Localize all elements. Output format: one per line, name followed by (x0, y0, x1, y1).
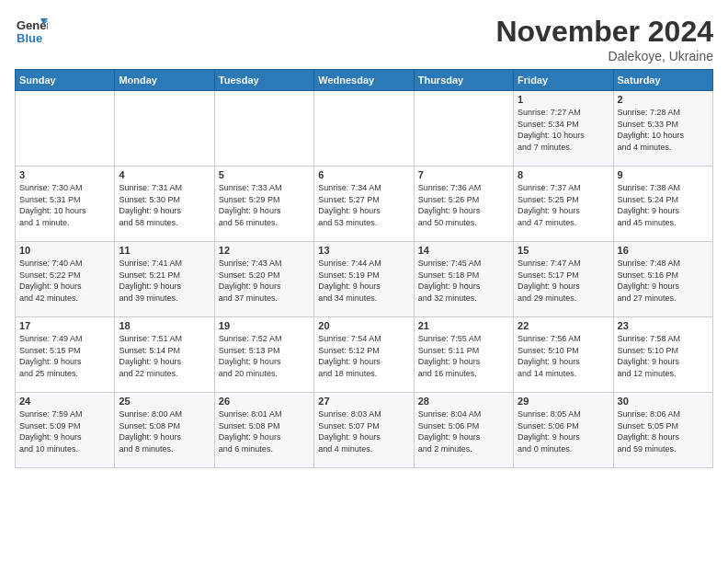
day-info: Sunrise: 7:28 AM Sunset: 5:33 PM Dayligh… (618, 107, 709, 153)
day-number: 18 (119, 320, 210, 331)
day-number: 28 (418, 396, 509, 407)
day-cell-w3-d2: 19Sunrise: 7:52 AM Sunset: 5:13 PM Dayli… (214, 317, 313, 393)
day-info: Sunrise: 7:59 AM Sunset: 5:09 PM Dayligh… (19, 408, 110, 454)
day-cell-w1-d6: 9Sunrise: 7:38 AM Sunset: 5:24 PM Daylig… (613, 167, 712, 242)
day-number: 6 (318, 169, 409, 180)
day-cell-w4-d3: 27Sunrise: 8:03 AM Sunset: 5:07 PM Dayli… (314, 393, 414, 468)
day-number: 8 (518, 169, 609, 180)
day-number: 25 (119, 396, 210, 407)
day-number: 13 (318, 245, 409, 256)
day-number: 10 (19, 245, 110, 256)
day-cell-w1-d5: 8Sunrise: 7:37 AM Sunset: 5:25 PM Daylig… (514, 167, 613, 242)
day-cell-w0-d0 (16, 91, 115, 167)
day-cell-w0-d4 (414, 91, 513, 167)
day-info: Sunrise: 7:56 AM Sunset: 5:10 PM Dayligh… (518, 333, 609, 379)
day-number: 27 (318, 396, 409, 407)
day-cell-w2-d5: 15Sunrise: 7:47 AM Sunset: 5:17 PM Dayli… (514, 242, 613, 317)
day-info: Sunrise: 7:37 AM Sunset: 5:25 PM Dayligh… (518, 182, 609, 228)
day-cell-w4-d2: 26Sunrise: 8:01 AM Sunset: 5:08 PM Dayli… (214, 393, 313, 468)
day-cell-w4-d6: 30Sunrise: 8:06 AM Sunset: 5:05 PM Dayli… (613, 393, 712, 468)
day-number: 9 (618, 169, 709, 180)
weekday-header-row: Sunday Monday Tuesday Wednesday Thursday… (16, 70, 713, 91)
day-number: 26 (219, 396, 310, 407)
day-number: 19 (219, 320, 310, 331)
day-cell-w1-d4: 7Sunrise: 7:36 AM Sunset: 5:26 PM Daylig… (414, 167, 513, 242)
day-cell-w1-d3: 6Sunrise: 7:34 AM Sunset: 5:27 PM Daylig… (314, 167, 414, 242)
day-info: Sunrise: 7:40 AM Sunset: 5:22 PM Dayligh… (19, 258, 110, 304)
header: General Blue November 2024 Dalekoye, Ukr… (15, 15, 713, 63)
day-cell-w1-d0: 3Sunrise: 7:30 AM Sunset: 5:31 PM Daylig… (16, 167, 115, 242)
day-info: Sunrise: 8:06 AM Sunset: 5:05 PM Dayligh… (618, 408, 709, 454)
day-cell-w0-d6: 2Sunrise: 7:28 AM Sunset: 5:33 PM Daylig… (613, 91, 712, 167)
day-cell-w0-d3 (314, 91, 414, 167)
day-info: Sunrise: 8:00 AM Sunset: 5:08 PM Dayligh… (119, 408, 210, 454)
day-cell-w3-d4: 21Sunrise: 7:55 AM Sunset: 5:11 PM Dayli… (414, 317, 513, 393)
day-number: 16 (618, 245, 709, 256)
header-monday: Monday (115, 70, 214, 91)
header-saturday: Saturday (613, 70, 712, 91)
day-info: Sunrise: 7:31 AM Sunset: 5:30 PM Dayligh… (119, 182, 210, 228)
week-row-0: 1Sunrise: 7:27 AM Sunset: 5:34 PM Daylig… (16, 91, 713, 167)
day-number: 1 (518, 94, 609, 105)
header-thursday: Thursday (414, 70, 513, 91)
day-number: 14 (418, 245, 509, 256)
week-row-4: 24Sunrise: 7:59 AM Sunset: 5:09 PM Dayli… (16, 393, 713, 468)
day-info: Sunrise: 7:48 AM Sunset: 5:16 PM Dayligh… (618, 258, 709, 304)
day-cell-w2-d3: 13Sunrise: 7:44 AM Sunset: 5:19 PM Dayli… (314, 242, 414, 317)
day-info: Sunrise: 7:45 AM Sunset: 5:18 PM Dayligh… (418, 258, 509, 304)
week-row-2: 10Sunrise: 7:40 AM Sunset: 5:22 PM Dayli… (16, 242, 713, 317)
day-info: Sunrise: 8:01 AM Sunset: 5:08 PM Dayligh… (219, 408, 310, 454)
svg-text:Blue: Blue (17, 31, 42, 45)
day-info: Sunrise: 7:55 AM Sunset: 5:11 PM Dayligh… (418, 333, 509, 379)
day-cell-w4-d0: 24Sunrise: 7:59 AM Sunset: 5:09 PM Dayli… (16, 393, 115, 468)
header-tuesday: Tuesday (214, 70, 313, 91)
day-info: Sunrise: 7:54 AM Sunset: 5:12 PM Dayligh… (318, 333, 409, 379)
day-cell-w4-d5: 29Sunrise: 8:05 AM Sunset: 5:06 PM Dayli… (514, 393, 613, 468)
day-cell-w3-d5: 22Sunrise: 7:56 AM Sunset: 5:10 PM Dayli… (514, 317, 613, 393)
day-number: 30 (618, 396, 709, 407)
day-cell-w0-d2 (214, 91, 313, 167)
day-info: Sunrise: 8:03 AM Sunset: 5:07 PM Dayligh… (318, 408, 409, 454)
day-cell-w2-d1: 11Sunrise: 7:41 AM Sunset: 5:21 PM Dayli… (115, 242, 214, 317)
day-info: Sunrise: 7:43 AM Sunset: 5:20 PM Dayligh… (219, 258, 310, 304)
day-cell-w3-d6: 23Sunrise: 7:58 AM Sunset: 5:10 PM Dayli… (613, 317, 712, 393)
day-cell-w2-d6: 16Sunrise: 7:48 AM Sunset: 5:16 PM Dayli… (613, 242, 712, 317)
header-friday: Friday (514, 70, 613, 91)
day-info: Sunrise: 7:52 AM Sunset: 5:13 PM Dayligh… (219, 333, 310, 379)
day-cell-w1-d1: 4Sunrise: 7:31 AM Sunset: 5:30 PM Daylig… (115, 167, 214, 242)
day-cell-w3-d1: 18Sunrise: 7:51 AM Sunset: 5:14 PM Dayli… (115, 317, 214, 393)
day-number: 12 (219, 245, 310, 256)
day-info: Sunrise: 7:30 AM Sunset: 5:31 PM Dayligh… (19, 182, 110, 228)
week-row-1: 3Sunrise: 7:30 AM Sunset: 5:31 PM Daylig… (16, 167, 713, 242)
header-sunday: Sunday (16, 70, 115, 91)
month-title: November 2024 (495, 15, 713, 49)
day-number: 24 (19, 396, 110, 407)
day-info: Sunrise: 7:58 AM Sunset: 5:10 PM Dayligh… (618, 333, 709, 379)
day-info: Sunrise: 8:04 AM Sunset: 5:06 PM Dayligh… (418, 408, 509, 454)
title-block: November 2024 Dalekoye, Ukraine (495, 15, 713, 63)
day-number: 15 (518, 245, 609, 256)
day-number: 29 (518, 396, 609, 407)
day-cell-w3-d0: 17Sunrise: 7:49 AM Sunset: 5:15 PM Dayli… (16, 317, 115, 393)
location-subtitle: Dalekoye, Ukraine (495, 49, 713, 63)
day-cell-w1-d2: 5Sunrise: 7:33 AM Sunset: 5:29 PM Daylig… (214, 167, 313, 242)
day-number: 4 (119, 169, 210, 180)
day-cell-w4-d1: 25Sunrise: 8:00 AM Sunset: 5:08 PM Dayli… (115, 393, 214, 468)
day-info: Sunrise: 7:41 AM Sunset: 5:21 PM Dayligh… (119, 258, 210, 304)
day-info: Sunrise: 7:51 AM Sunset: 5:14 PM Dayligh… (119, 333, 210, 379)
day-info: Sunrise: 7:38 AM Sunset: 5:24 PM Dayligh… (618, 182, 709, 228)
logo-icon: General Blue (15, 15, 48, 48)
day-number: 11 (119, 245, 210, 256)
day-cell-w2-d4: 14Sunrise: 7:45 AM Sunset: 5:18 PM Dayli… (414, 242, 513, 317)
calendar-table: Sunday Monday Tuesday Wednesday Thursday… (15, 69, 713, 468)
day-info: Sunrise: 7:49 AM Sunset: 5:15 PM Dayligh… (19, 333, 110, 379)
day-cell-w2-d0: 10Sunrise: 7:40 AM Sunset: 5:22 PM Dayli… (16, 242, 115, 317)
day-number: 3 (19, 169, 110, 180)
day-info: Sunrise: 7:36 AM Sunset: 5:26 PM Dayligh… (418, 182, 509, 228)
day-number: 2 (618, 94, 709, 105)
day-number: 7 (418, 169, 509, 180)
day-number: 17 (19, 320, 110, 331)
day-cell-w2-d2: 12Sunrise: 7:43 AM Sunset: 5:20 PM Dayli… (214, 242, 313, 317)
day-cell-w0-d1 (115, 91, 214, 167)
week-row-3: 17Sunrise: 7:49 AM Sunset: 5:15 PM Dayli… (16, 317, 713, 393)
